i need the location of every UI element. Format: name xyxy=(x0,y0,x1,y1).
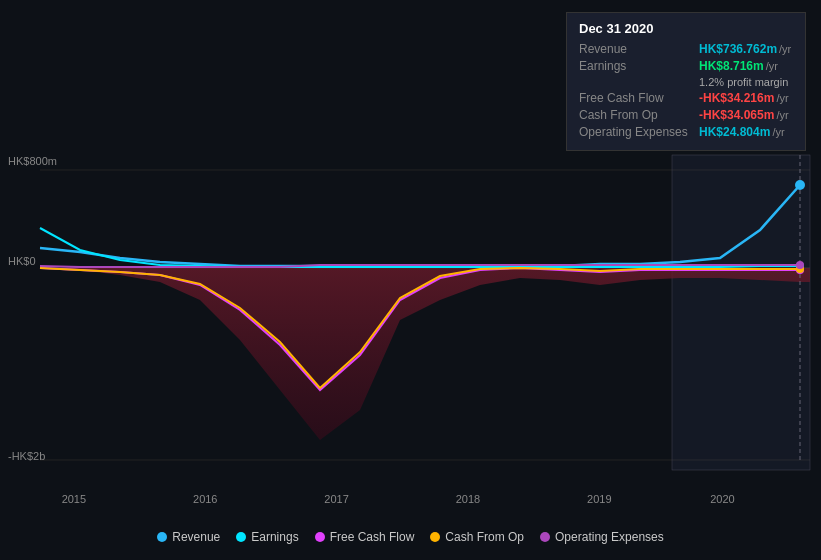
tooltip-fcf-label: Free Cash Flow xyxy=(579,91,699,105)
legend-cfo[interactable]: Cash From Op xyxy=(430,530,524,544)
tooltip-fcf-row: Free Cash Flow -HK$34.216m /yr xyxy=(579,91,793,105)
tooltip-opex-value: HK$24.804m xyxy=(699,125,770,139)
x-label-2016: 2016 xyxy=(193,493,217,505)
legend-revenue-label: Revenue xyxy=(172,530,220,544)
tooltip-earnings-label: Earnings xyxy=(579,59,699,73)
x-label-2019: 2019 xyxy=(587,493,611,505)
tooltip-revenue-value: HK$736.762m xyxy=(699,42,777,56)
tooltip-earnings-value: HK$8.716m xyxy=(699,59,764,73)
legend-cfo-dot xyxy=(430,532,440,542)
legend-opex[interactable]: Operating Expenses xyxy=(540,530,664,544)
svg-rect-3 xyxy=(672,155,810,470)
tooltip-cfo-row: Cash From Op -HK$34.065m /yr xyxy=(579,108,793,122)
tooltip-cfo-label: Cash From Op xyxy=(579,108,699,122)
legend-cfo-label: Cash From Op xyxy=(445,530,524,544)
tooltip-opex-unit: /yr xyxy=(772,126,784,138)
y-label-800m: HK$800m xyxy=(8,155,57,167)
legend-fcf-dot xyxy=(315,532,325,542)
y-label-0: HK$0 xyxy=(8,255,36,267)
tooltip-fcf-value: -HK$34.216m xyxy=(699,91,774,105)
tooltip-revenue-unit: /yr xyxy=(779,43,791,55)
chart-legend: Revenue Earnings Free Cash Flow Cash Fro… xyxy=(0,524,821,550)
tooltip-profit-margin: 1.2% profit margin xyxy=(699,76,793,88)
x-label-2020: 2020 xyxy=(710,493,734,505)
chart-container: HK$800m HK$0 -HK$2b 2015 2016 2017 2018 … xyxy=(0,0,821,560)
tooltip-revenue-label: Revenue xyxy=(579,42,699,56)
tooltip-earnings-row: Earnings HK$8.716m /yr xyxy=(579,59,793,73)
tooltip-cfo-unit: /yr xyxy=(776,109,788,121)
svg-point-5 xyxy=(795,180,805,190)
x-label-2017: 2017 xyxy=(324,493,348,505)
legend-opex-dot xyxy=(540,532,550,542)
legend-fcf[interactable]: Free Cash Flow xyxy=(315,530,415,544)
tooltip-opex-row: Operating Expenses HK$24.804m /yr xyxy=(579,125,793,139)
tooltip-earnings-unit: /yr xyxy=(766,60,778,72)
legend-opex-label: Operating Expenses xyxy=(555,530,664,544)
x-label-2018: 2018 xyxy=(456,493,480,505)
tooltip-cfo-value: -HK$34.065m xyxy=(699,108,774,122)
y-label-neg2b: -HK$2b xyxy=(8,450,45,462)
legend-earnings[interactable]: Earnings xyxy=(236,530,298,544)
legend-earnings-label: Earnings xyxy=(251,530,298,544)
tooltip-box: Dec 31 2020 Revenue HK$736.762m /yr Earn… xyxy=(566,12,806,151)
x-label-2015: 2015 xyxy=(62,493,86,505)
legend-earnings-dot xyxy=(236,532,246,542)
legend-revenue-dot xyxy=(157,532,167,542)
svg-point-9 xyxy=(796,261,804,269)
tooltip-revenue-row: Revenue HK$736.762m /yr xyxy=(579,42,793,56)
legend-fcf-label: Free Cash Flow xyxy=(330,530,415,544)
tooltip-fcf-unit: /yr xyxy=(776,92,788,104)
legend-revenue[interactable]: Revenue xyxy=(157,530,220,544)
tooltip-opex-label: Operating Expenses xyxy=(579,125,699,139)
tooltip-title: Dec 31 2020 xyxy=(579,21,793,36)
